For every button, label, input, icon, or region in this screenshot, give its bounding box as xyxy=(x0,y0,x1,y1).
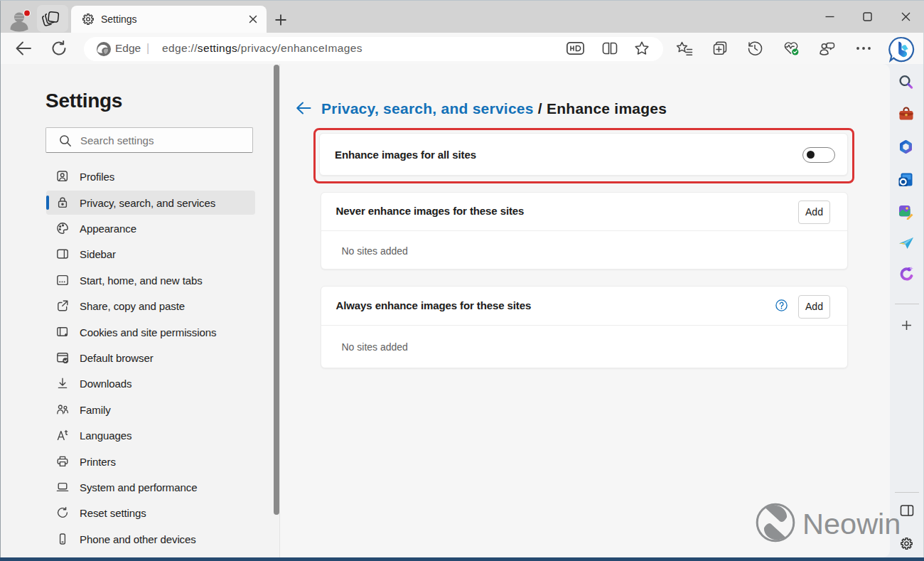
svg-text:Neowin: Neowin xyxy=(802,507,901,540)
